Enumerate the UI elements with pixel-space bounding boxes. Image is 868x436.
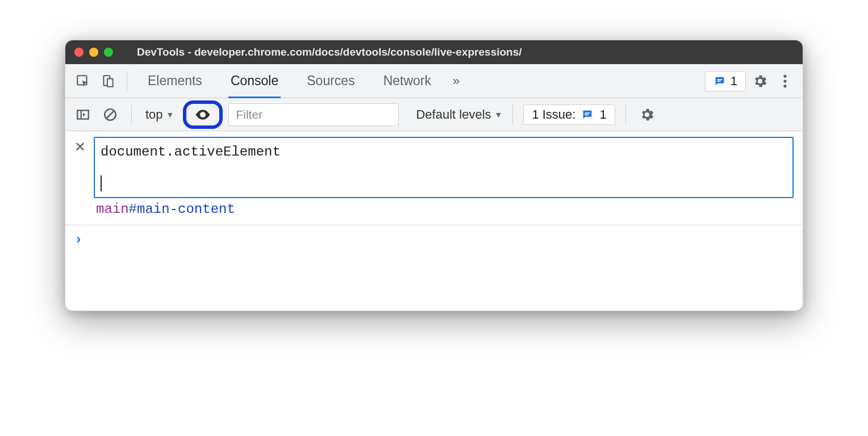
live-expression-area: ✕ document.activeElement main#main-conte…	[65, 131, 803, 225]
svg-point-5	[783, 74, 786, 77]
message-icon	[581, 108, 594, 121]
console-prompt[interactable]: ›	[65, 225, 803, 311]
maximize-window-button[interactable]	[104, 48, 113, 57]
tab-console[interactable]: Console	[218, 64, 291, 98]
window-title: DevTools - developer.chrome.com/docs/dev…	[126, 46, 794, 58]
context-label: top	[145, 107, 163, 122]
result-tag: main	[96, 202, 129, 217]
svg-rect-4	[717, 81, 720, 82]
divider	[131, 105, 132, 124]
svg-point-12	[202, 113, 205, 116]
issues-chip[interactable]: 1 Issue: 1	[523, 104, 615, 125]
svg-point-7	[783, 85, 786, 87]
tab-label: Sources	[307, 73, 354, 89]
issues-label: 1 Issue:	[532, 107, 575, 122]
clear-console-icon[interactable]	[99, 104, 121, 125]
levels-label: Default levels	[416, 107, 491, 122]
eye-icon	[193, 106, 212, 123]
window-titlebar: DevTools - developer.chrome.com/docs/dev…	[65, 40, 803, 64]
divider	[512, 105, 513, 124]
message-icon	[713, 75, 726, 87]
settings-icon[interactable]	[749, 70, 771, 92]
device-toolbar-icon[interactable]	[97, 70, 119, 92]
inspect-element-icon[interactable]	[72, 70, 94, 92]
prompt-caret-icon: ›	[74, 232, 82, 248]
more-menu-icon[interactable]	[774, 70, 796, 92]
messages-chip[interactable]: 1	[705, 71, 746, 91]
console-settings-icon[interactable]	[636, 104, 658, 125]
chevron-down-icon: ▼	[495, 110, 503, 119]
tab-sources[interactable]: Sources	[294, 64, 367, 98]
tab-label: Elements	[148, 73, 202, 89]
context-selector[interactable]: top ▼	[142, 107, 177, 122]
devtools-window: DevTools - developer.chrome.com/docs/dev…	[65, 40, 803, 311]
console-sidebar-toggle-icon[interactable]	[72, 104, 94, 125]
live-expression-input[interactable]: document.activeElement	[94, 137, 794, 198]
traffic-lights	[74, 48, 113, 57]
divider	[625, 105, 626, 124]
minimize-window-button[interactable]	[89, 48, 98, 57]
svg-line-11	[107, 111, 114, 118]
live-expression-text: document.activeElement	[101, 142, 787, 162]
svg-rect-14	[585, 114, 589, 115]
issues-count: 1	[599, 107, 606, 122]
text-cursor	[101, 175, 102, 191]
svg-point-6	[783, 79, 786, 82]
console-toolbar: top ▼ Default levels ▼ 1 Issue: 1	[65, 98, 803, 131]
svg-rect-0	[77, 76, 86, 85]
tab-network[interactable]: Network	[371, 64, 444, 98]
divider	[127, 72, 127, 91]
log-levels-selector[interactable]: Default levels ▼	[416, 107, 502, 122]
svg-rect-3	[717, 79, 722, 80]
live-expression-button[interactable]	[183, 100, 223, 129]
live-expression-result[interactable]: main#main-content	[94, 198, 794, 217]
close-window-button[interactable]	[74, 48, 84, 57]
tab-label: Network	[383, 73, 431, 89]
more-tabs-icon[interactable]: »	[447, 74, 465, 89]
tab-label: Console	[231, 73, 278, 89]
svg-rect-13	[585, 112, 590, 114]
main-tabbar: Elements Console Sources Network » 1	[65, 64, 803, 98]
tab-elements[interactable]: Elements	[135, 64, 215, 98]
chevron-down-icon: ▼	[166, 110, 174, 119]
remove-live-expression-button[interactable]: ✕	[74, 137, 86, 217]
filter-input[interactable]	[228, 103, 399, 126]
messages-count: 1	[731, 74, 737, 89]
svg-rect-2	[107, 78, 113, 86]
result-selector: #main-content	[129, 202, 235, 217]
